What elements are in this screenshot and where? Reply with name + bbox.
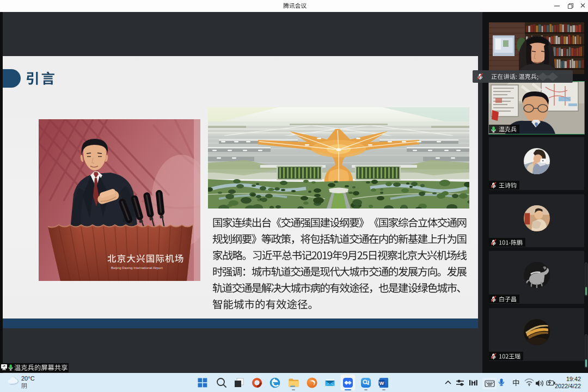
svg-text:W: W (379, 381, 384, 386)
svg-text:Beijing Daxing International A: Beijing Daxing International Airport (111, 266, 163, 270)
